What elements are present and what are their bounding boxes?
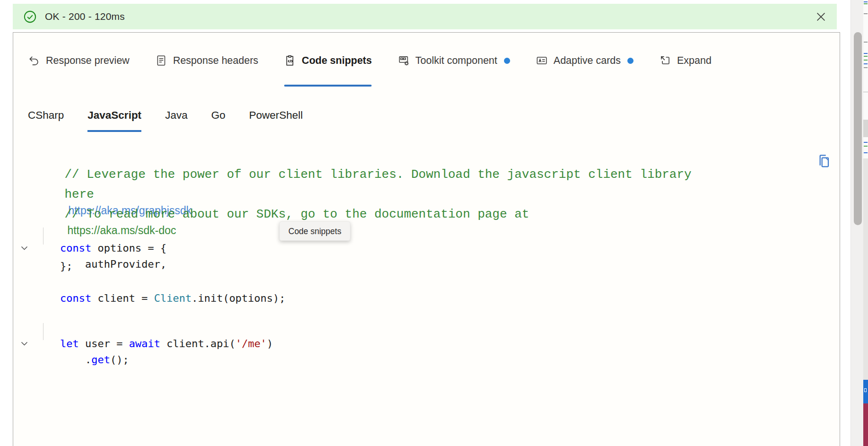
expand-icon — [659, 54, 671, 67]
tab-response-preview[interactable]: Response preview — [28, 53, 130, 87]
response-tab-bar: Response preview Response headers — [28, 47, 835, 87]
lang-tab-go[interactable]: Go — [211, 108, 226, 122]
chevron-down-icon[interactable] — [21, 313, 28, 318]
minimap-top — [863, 0, 868, 158]
code-token: Client — [154, 292, 191, 304]
status-text: OK - 200 - 120ms — [45, 11, 125, 22]
code-token: client.api( — [160, 338, 235, 350]
lang-tab-javascript[interactable]: JavaScript — [87, 108, 141, 122]
lang-tab-powershell[interactable]: PowerShell — [249, 108, 303, 122]
tab-label: Response preview — [46, 54, 130, 67]
code-token: '/me' — [235, 338, 267, 350]
contact-card-icon — [536, 54, 548, 67]
clipboard-code-icon — [284, 54, 296, 67]
code-line: .get(); — [35, 324, 129, 381]
tab-adaptive-cards[interactable]: Adaptive cards — [536, 53, 634, 87]
tab-expand[interactable]: Expand — [659, 53, 712, 87]
copy-icon[interactable] — [816, 153, 831, 171]
code-token: . — [60, 354, 91, 366]
code-token: .init(options); — [191, 292, 286, 304]
minimap-strip — [863, 0, 868, 446]
status-banner: OK - 200 - 120ms — [13, 4, 837, 29]
tab-response-headers[interactable]: Response headers — [155, 53, 258, 87]
tab-label: Adaptive cards — [554, 54, 621, 67]
tab-label: Expand — [677, 54, 712, 67]
undo-icon — [28, 54, 40, 67]
lang-tab-java[interactable]: Java — [165, 108, 188, 122]
tooltip: Code snippets — [279, 221, 350, 241]
tab-label: Response headers — [173, 54, 258, 67]
tab-toolkit-component[interactable]: Toolkit component — [398, 53, 510, 87]
close-icon[interactable] — [815, 10, 827, 23]
document-lines-icon — [155, 54, 167, 67]
code-token: get — [91, 354, 110, 366]
indent-guide — [43, 323, 43, 340]
notification-dot — [504, 58, 510, 64]
code-token: }; — [60, 260, 73, 272]
code-token: authProvider, — [60, 258, 166, 270]
tab-label: Code snippets — [302, 54, 372, 67]
edge-maroon-block — [863, 403, 868, 446]
checkmark-circle-icon — [23, 10, 37, 24]
response-panel: Response preview Response headers — [13, 32, 840, 446]
tab-code-snippets[interactable]: Code snippets — [284, 53, 372, 87]
code-token: await — [129, 338, 160, 350]
lang-tab-csharp[interactable]: CSharp — [28, 108, 64, 122]
code-token: (); — [110, 354, 129, 366]
window-gear-icon — [398, 54, 410, 67]
code-token: client = — [91, 292, 154, 304]
indent-guide — [43, 227, 43, 245]
tooltip-text: Code snippets — [288, 227, 341, 236]
chevron-down-icon[interactable] — [21, 217, 28, 223]
notification-dot — [627, 58, 634, 64]
code-token: ) — [267, 338, 273, 350]
tab-label: Toolkit component — [416, 54, 497, 67]
page-scrollbar-thumb[interactable] — [854, 32, 862, 225]
code-token: const — [60, 292, 91, 304]
language-tab-bar: CSharp JavaScript Java Go PowerShell — [28, 108, 326, 122]
edge-blue-block — [863, 380, 868, 403]
